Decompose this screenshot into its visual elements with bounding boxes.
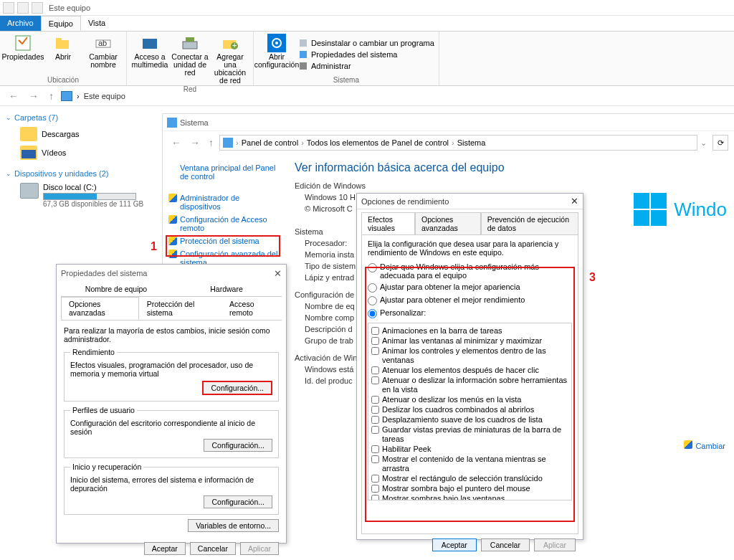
tab-prevencion[interactable]: Prevención de ejecución de datos [481,212,578,234]
sidebar-admin-dispositivos[interactable]: Administrador de dispositivos [168,191,279,213]
qat-icon-1[interactable] [3,2,14,14]
perf-aplicar-button[interactable]: Aplicar [534,538,576,551]
check-item-4[interactable]: Atenuar o deslizar la información sobre … [371,375,568,394]
sys-back-icon[interactable]: ← [168,137,184,148]
sys-forward-icon[interactable]: → [187,137,203,148]
radio-mejor-apariencia[interactable]: Ajustar para obtener la mejor apariencia [368,281,572,294]
acceso-multimedia-button[interactable]: Acceso a multimedia [131,33,168,85]
perf-aceptar-button[interactable]: Aceptar [432,538,477,551]
tab-efectos-visuales[interactable]: Efectos visuales [361,212,415,234]
tab-archivo[interactable]: Archivo [0,16,41,31]
nav-forward-icon[interactable]: → [26,90,42,102]
cancelar-button[interactable]: Cancelar [190,542,236,555]
svg-rect-1 [56,40,69,49]
desinstalar-button[interactable]: Desinstalar o cambiar un programa [298,38,434,48]
tab-proteccion[interactable]: Protección del sistema [139,297,221,320]
check-item-5[interactable]: Atenuar o deslizar los menús en la vista [371,394,568,404]
check-item-0[interactable]: Animaciones en la barra de tareas [371,326,568,336]
tab-acceso-remoto[interactable]: Acceso remoto [221,297,282,320]
sect-edicion: Edición de Windows [295,181,724,190]
refresh-button[interactable]: ⟳ [712,135,728,151]
variables-entorno-button[interactable]: Variables de entorno... [188,519,279,532]
close-icon[interactable]: ✕ [274,268,282,279]
agregar-ubicacion-button[interactable]: +Agregar una ubicación de red [211,33,249,85]
check-item-9[interactable]: Habilitar Peek [371,444,568,454]
fieldset-inicio: Inicio y recuperación Inicio del sistema… [64,462,279,515]
ribbon-group-ubicacion-label: Ubicación [4,75,122,84]
ribbon-group-red: Acceso a multimedia Conectar a unidad de… [127,32,254,85]
perf-cancelar-button[interactable]: Cancelar [481,538,530,551]
radio-personalizar[interactable]: Personalizar: [368,307,572,320]
aceptar-button[interactable]: Aceptar [144,542,186,555]
folder-descargas[interactable]: Descargas [6,125,156,143]
disk-item[interactable]: Disco local (C:) 67,3 GB disponibles de … [6,181,156,210]
conectar-unidad-button[interactable]: Conectar a unidad de red [171,33,209,85]
qat-icon-2[interactable] [17,2,29,14]
check-item-3[interactable]: Atenuar los elementos después de hacer c… [371,365,568,375]
nav-up-icon[interactable]: ↑ [46,90,57,102]
breadcrumb-separator: › [77,92,80,100]
inicio-config-button[interactable]: Configuración... [204,495,272,508]
abrir-button[interactable]: Abrir [44,33,82,75]
tab-vista[interactable]: Vista [81,16,113,31]
tab-hardware[interactable]: Hardware [171,282,282,296]
svg-rect-14 [300,39,307,47]
check-item-12[interactable]: Mostrar sombra bajo el puntero del mouse [371,483,568,493]
radio-mejor-rendimiento[interactable]: Ajustar para obtener el mejor rendimient… [368,294,572,307]
svg-rect-15 [300,51,307,58]
perf-close-icon[interactable]: ✕ [571,196,578,207]
folder-icon [20,127,37,141]
quick-access-toolbar [3,2,43,14]
svg-point-13 [275,42,278,44]
cambiar-link[interactable]: Cambiar [684,440,725,450]
propiedades-button[interactable]: Propiedades [4,33,42,75]
system-window-title: Sistema [163,114,734,131]
check-item-1[interactable]: Animar las ventanas al minimizar y maxim… [371,336,568,346]
perfiles-config-button[interactable]: Configuración... [204,439,272,452]
window-title: Este equipo [49,4,90,12]
section-dispositivos[interactable]: ⌄Dispositivos y unidades (2) [6,169,156,178]
ribbon-tabs: Archivo Equipo Vista [0,16,734,32]
nav-back-icon[interactable]: ← [6,90,22,102]
cambiar-nombre-button[interactable]: abCambiar nombre [85,33,122,75]
tab-opciones-avanzadas[interactable]: Opciones avanzadas [61,297,139,320]
check-item-2[interactable]: Animar los controles y elementos dentro … [371,346,568,365]
check-item-11[interactable]: Mostrar el rectángulo de selección trans… [371,473,568,483]
check-item-7[interactable]: Desplazamiento suave de los cuadros de l… [371,414,568,424]
check-item-13[interactable]: Mostrar sombras bajo las ventanas [371,493,568,500]
fieldset-perfiles: Perfiles de usuario Configuración del es… [64,406,279,458]
address-bar[interactable]: ›Panel de control ›Todos los elementos d… [219,135,697,151]
opciones-rendimiento-dialog: Opciones de rendimiento✕ Efectos visuale… [356,193,583,540]
administrar-button[interactable]: Administrar [298,61,434,71]
ribbon: Propiedades Abrir abCambiar nombre Ubica… [0,32,734,86]
radio-windows-elige[interactable]: Dejar que Windows elija la configuración… [368,261,572,281]
aplicar-button[interactable]: Aplicar [240,542,279,555]
ribbon-group-sistema: Abrir configuración Desinstalar o cambia… [254,32,439,85]
ribbon-group-ubicacion: Propiedades Abrir abCambiar nombre Ubica… [0,32,127,85]
propiedades-sistema-button[interactable]: Propiedades del sistema [298,49,434,60]
svg-rect-16 [300,62,307,70]
videos-icon [20,146,37,160]
disk-icon [20,183,39,199]
tab-nombre-equipo[interactable]: Nombre de equipo [61,282,171,296]
check-item-10[interactable]: Mostrar el contenido de la ventana mient… [371,454,568,473]
system-nav: ← → ↑ ›Panel de control ›Todos los eleme… [163,131,734,154]
tab-equipo[interactable]: Equipo [41,16,81,31]
sidebar-acceso-remoto[interactable]: Configuración de Acceso remoto [168,213,279,234]
fieldset-rendimiento: Rendimiento Efectos visuales, programaci… [64,348,279,402]
sys-up-icon[interactable]: ↑ [206,137,216,148]
abrir-configuracion-button[interactable]: Abrir configuración [258,33,295,75]
section-carpetas[interactable]: ⌄Carpetas (7) [6,113,156,122]
check-item-8[interactable]: Guardar vistas previas de miniaturas de … [371,424,568,444]
folder-videos[interactable]: Vídeos [6,143,156,162]
breadcrumb[interactable]: Este equipo [84,92,125,100]
check-item-6[interactable]: Deslizar los cuadros combinados al abrir… [371,404,568,414]
qat-dropdown[interactable] [32,2,43,14]
addr-dropdown-icon[interactable]: ⌄ [700,138,707,148]
highlight-number-3: 3 [589,271,596,284]
tab-opciones-avanzadas-perf[interactable]: Opciones avanzadas [415,212,481,234]
system-icon [167,118,177,128]
rendimiento-config-button[interactable]: Configuración... [202,381,272,395]
title-bar: Este equipo [0,0,734,16]
sidebar-main[interactable]: Ventana principal del Panel de control [168,161,279,183]
